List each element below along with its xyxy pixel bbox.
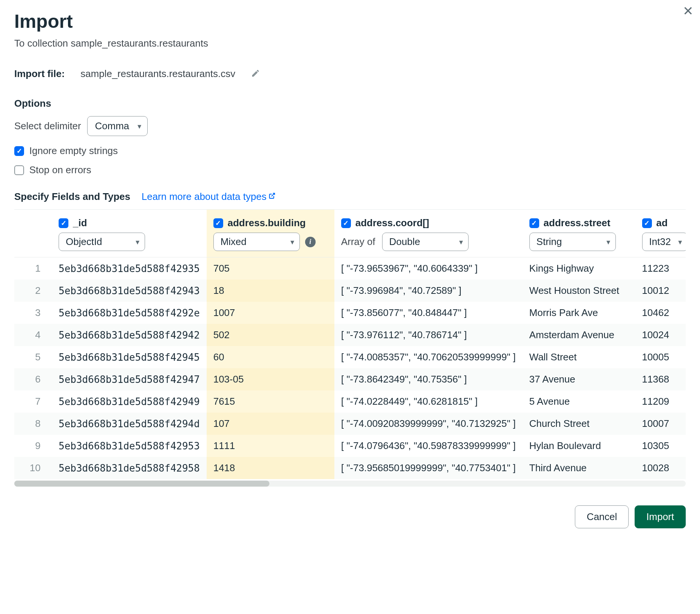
ignore-empty-row: Ignore empty strings bbox=[14, 145, 686, 157]
cell: 502 bbox=[207, 324, 334, 346]
cell: 705 bbox=[207, 257, 334, 280]
specify-row: Specify Fields and Types Learn more abou… bbox=[14, 191, 686, 203]
svg-line-0 bbox=[272, 193, 275, 196]
cell: [ "-73.9653967", "40.6064339" ] bbox=[334, 257, 523, 280]
info-icon[interactable]: i bbox=[305, 237, 316, 247]
modal-title: Import bbox=[14, 11, 686, 32]
type-select[interactable]: Int32 bbox=[642, 233, 686, 251]
column-name: address.street bbox=[544, 217, 611, 229]
delimiter-row: Select delimiter Comma bbox=[14, 116, 686, 136]
row-number: 7 bbox=[14, 390, 52, 413]
cell: 11209 bbox=[635, 390, 686, 413]
learn-link-text: Learn more about data types bbox=[142, 191, 266, 203]
cell: 10305 bbox=[635, 435, 686, 457]
cell: 5 Avenue bbox=[523, 390, 635, 413]
cell: 107 bbox=[207, 413, 334, 435]
cell: Hylan Boulevard bbox=[523, 435, 635, 457]
pencil-icon[interactable] bbox=[251, 69, 260, 79]
row-number: 8 bbox=[14, 413, 52, 435]
cell: 10462 bbox=[635, 302, 686, 324]
cell: 1007 bbox=[207, 302, 334, 324]
cell: [ "-74.0796436", "40.59878339999999" ] bbox=[334, 435, 523, 457]
type-select[interactable]: ObjectId bbox=[59, 233, 145, 251]
learn-link[interactable]: Learn more about data types bbox=[142, 191, 275, 203]
import-button[interactable]: Import bbox=[635, 505, 686, 528]
cell: [ "-73.8642349", "40.75356" ] bbox=[334, 368, 523, 390]
array-prefix: Array of bbox=[341, 236, 375, 248]
cell: West Houston Street bbox=[523, 280, 635, 302]
cell: 5eb3d668b31de5d588f42943 bbox=[52, 280, 207, 302]
ignore-empty-checkbox[interactable] bbox=[14, 146, 24, 156]
table-row: 85eb3d668b31de5d588f4294d107[ "-74.00920… bbox=[14, 413, 686, 435]
table-row: 75eb3d668b31de5d588f429497615[ "-74.0228… bbox=[14, 390, 686, 413]
column-checkbox[interactable] bbox=[341, 218, 351, 228]
cancel-button[interactable]: Cancel bbox=[575, 505, 629, 528]
cell: 103-05 bbox=[207, 368, 334, 390]
cell: [ "-74.00920839999999", "40.7132925" ] bbox=[334, 413, 523, 435]
column-header-ad: adInt32 bbox=[635, 210, 686, 257]
row-number: 3 bbox=[14, 302, 52, 324]
cell: 11368 bbox=[635, 368, 686, 390]
row-number: 10 bbox=[14, 457, 52, 479]
cell: 5eb3d668b31de5d588f4292e bbox=[52, 302, 207, 324]
column-checkbox[interactable] bbox=[59, 218, 68, 228]
row-number: 2 bbox=[14, 280, 52, 302]
column-checkbox[interactable] bbox=[529, 218, 539, 228]
cell: [ "-74.0085357", "40.70620539999999" ] bbox=[334, 346, 523, 368]
fields-table: _idObjectIdaddress.buildingMixediaddress… bbox=[14, 209, 686, 487]
column-name: address.building bbox=[228, 217, 306, 229]
table-row: 95eb3d668b31de5d588f429531111[ "-74.0796… bbox=[14, 435, 686, 457]
cell: 5eb3d668b31de5d588f42953 bbox=[52, 435, 207, 457]
stop-errors-checkbox[interactable] bbox=[14, 165, 24, 175]
table-row: 15eb3d668b31de5d588f42935705[ "-73.96539… bbox=[14, 257, 686, 280]
stop-errors-row: Stop on errors bbox=[14, 164, 686, 176]
cell: 10007 bbox=[635, 413, 686, 435]
row-number-header bbox=[14, 210, 52, 257]
column-checkbox[interactable] bbox=[642, 218, 652, 228]
row-number: 1 bbox=[14, 257, 52, 280]
column-name: address.coord[] bbox=[355, 217, 429, 229]
row-number: 9 bbox=[14, 435, 52, 457]
row-number: 5 bbox=[14, 346, 52, 368]
column-name: _id bbox=[73, 217, 87, 229]
cell: 10005 bbox=[635, 346, 686, 368]
column-checkbox[interactable] bbox=[213, 218, 223, 228]
scrollbar-thumb[interactable] bbox=[14, 481, 269, 487]
cell: Wall Street bbox=[523, 346, 635, 368]
cell: Morris Park Ave bbox=[523, 302, 635, 324]
cell: 5eb3d668b31de5d588f4294d bbox=[52, 413, 207, 435]
horizontal-scrollbar[interactable] bbox=[14, 481, 686, 487]
cell: 1111 bbox=[207, 435, 334, 457]
cell: 5eb3d668b31de5d588f42949 bbox=[52, 390, 207, 413]
modal-subtitle: To collection sample_restaurants.restaur… bbox=[14, 38, 686, 49]
row-number: 6 bbox=[14, 368, 52, 390]
cell: 11223 bbox=[635, 257, 686, 280]
close-button[interactable]: ✕ bbox=[683, 5, 693, 17]
cell: [ "-73.856077", "40.848447" ] bbox=[334, 302, 523, 324]
cell: 7615 bbox=[207, 390, 334, 413]
delimiter-select[interactable]: Comma bbox=[87, 116, 148, 136]
cell: Church Street bbox=[523, 413, 635, 435]
type-select[interactable]: String bbox=[529, 233, 616, 251]
cell: 10024 bbox=[635, 324, 686, 346]
column-header--id: _idObjectId bbox=[52, 210, 207, 257]
specify-title: Specify Fields and Types bbox=[14, 191, 130, 203]
type-select[interactable]: Double bbox=[382, 233, 469, 251]
cell: Kings Highway bbox=[523, 257, 635, 280]
cell: 60 bbox=[207, 346, 334, 368]
column-header-address-street: address.streetString bbox=[523, 210, 635, 257]
table-row: 45eb3d668b31de5d588f42942502[ "-73.97611… bbox=[14, 324, 686, 346]
cell: 5eb3d668b31de5d588f42945 bbox=[52, 346, 207, 368]
cell: [ "-73.996984", "40.72589" ] bbox=[334, 280, 523, 302]
cell: 10028 bbox=[635, 457, 686, 479]
options-title: Options bbox=[14, 98, 686, 109]
type-select[interactable]: Mixed bbox=[213, 233, 300, 251]
import-file-name: sample_restaurants.restaurants.csv bbox=[80, 68, 235, 80]
cell: 1418 bbox=[207, 457, 334, 479]
delimiter-label: Select delimiter bbox=[14, 120, 81, 132]
table-row: 25eb3d668b31de5d588f4294318[ "-73.996984… bbox=[14, 280, 686, 302]
external-link-icon bbox=[269, 192, 275, 201]
cell: 5eb3d668b31de5d588f42935 bbox=[52, 257, 207, 280]
modal-footer: Cancel Import bbox=[14, 505, 686, 528]
cell: 18 bbox=[207, 280, 334, 302]
